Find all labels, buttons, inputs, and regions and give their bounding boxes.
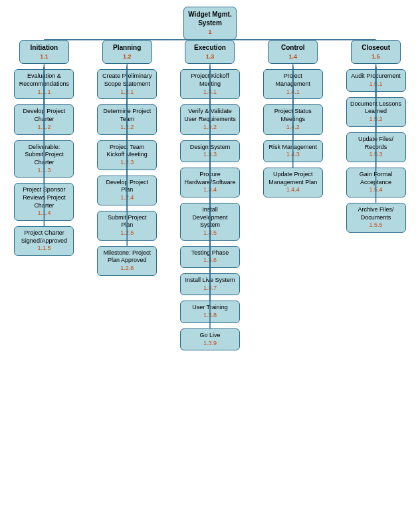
node-execution: Execution 1.3: [185, 40, 235, 64]
level2-initiation: Evaluation & Recommendations1.1.1 Develo…: [14, 64, 74, 256]
node-closeout: Closeout 1.5: [351, 40, 401, 64]
root-node: Widget Mgmt. System 1: [183, 7, 237, 40]
level2-control: Project Management1.4.1 Project Status M…: [263, 64, 323, 197]
level2-planning: Create Preliminary Scope Statement1.2.1 …: [97, 64, 157, 275]
node-1-1-4: Project Sponsor Reviews Project Charter1…: [14, 183, 74, 221]
node-1-2-3: Project Team Kickoff Meeting1.2.3: [97, 140, 157, 170]
initiation-num: 1.1: [40, 53, 49, 60]
node-1-3-6: Testing Phase1.3.6: [180, 246, 240, 268]
node-initiation: Initiation 1.1: [19, 40, 69, 64]
node-1-1-2: Develop Project Charter1.1.2: [14, 104, 74, 134]
level2-execution: Project Kickoff Meeting1.3.1 Verify & Va…: [180, 64, 240, 350]
node-1-5-2: Document Lessons Learned1.5.2: [346, 97, 406, 127]
node-1-2-2: Determine Project Team1.2.2: [97, 104, 157, 134]
node-control: Control 1.4: [268, 40, 318, 64]
node-1-4-1: Project Management1.4.1: [263, 69, 323, 99]
root-label: Widget Mgmt. System: [188, 11, 231, 27]
node-1-5-5: Archive Files/ Documents1.5.5: [346, 203, 406, 233]
node-1-3-7: Install Live System1.3.7: [180, 273, 240, 295]
col-initiation: Initiation 1.1 Evaluation & Recommendati…: [14, 40, 74, 351]
col-execution: Execution 1.3 Project Kickoff Meeting1.3…: [180, 40, 240, 351]
node-1-3-9: Go Live1.3.9: [180, 328, 240, 350]
node-1-4-2: Project Status Meetings1.4.2: [263, 104, 323, 134]
node-1-2-4: Develop Project Plan1.2.4: [97, 176, 157, 205]
col-planning: Planning 1.2 Create Preliminary Scope St…: [97, 40, 157, 351]
node-1-5-1: Audit Procurement1.5.1: [346, 69, 406, 91]
node-1-1-5: Project Charter Signed/Approved1.1.5: [14, 226, 74, 256]
node-1-3-3: Design System1.3.3: [180, 140, 240, 162]
level2-closeout: Audit Procurement1.5.1 Document Lessons …: [346, 64, 406, 233]
node-1-3-4: Procure Hardware/Software1.3.4: [180, 168, 240, 197]
node-1-1-1: Evaluation & Recommendations1.1.1: [14, 69, 74, 99]
node-1-2-6: Milestone: Project Plan Approved1.2.6: [97, 246, 157, 276]
node-1-1-3: Deliverable: Submit Project Charter1.1.3: [14, 140, 74, 178]
col-closeout: Closeout 1.5 Audit Procurement1.5.1 Docu…: [346, 40, 406, 351]
node-1-4-4: Update Project Management Plan1.4.4: [263, 168, 323, 197]
node-1-3-8: User Training1.3.8: [180, 301, 240, 322]
initiation-label: Initiation: [31, 44, 58, 51]
col-control: Control 1.4 Project Management1.4.1 Proj…: [263, 40, 323, 351]
node-1-3-5: Install Development System1.3.5: [180, 203, 240, 241]
chart-container: Widget Mgmt. System 1 Initiation 1.1 Eva…: [0, 0, 420, 357]
node-1-5-3: Update Files/ Records1.5.3: [346, 132, 406, 162]
node-planning: Planning 1.2: [102, 40, 152, 64]
node-1-3-1: Project Kickoff Meeting1.3.1: [180, 69, 240, 99]
node-1-2-5: Submit Project Plan1.2.5: [97, 211, 157, 241]
node-1-3-2: Verify & Validate User Requirements1.3.2: [180, 104, 240, 134]
level1-row: Initiation 1.1 Evaluation & Recommendati…: [3, 40, 417, 351]
node-1-5-4: Gain Formal Acceptance1.5.4: [346, 168, 406, 197]
node-1-2-1: Create Preliminary Scope Statement1.2.1: [97, 69, 157, 99]
root-num: 1: [208, 29, 211, 35]
node-1-4-3: Risk Management1.4.3: [263, 140, 323, 162]
